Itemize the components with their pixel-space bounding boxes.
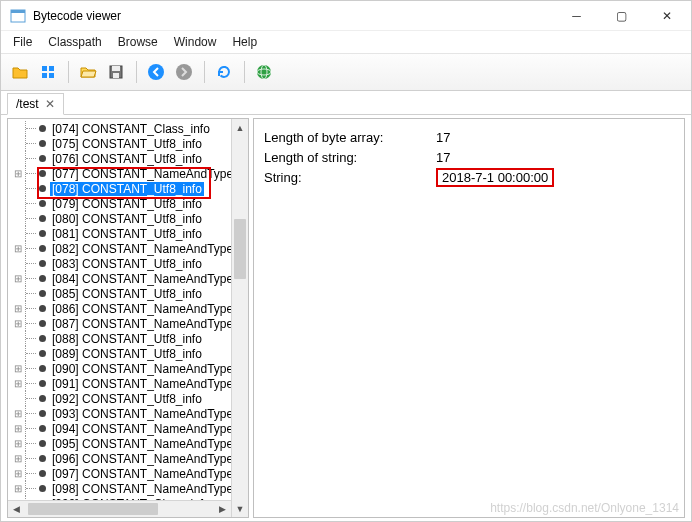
detail-label: Length of byte array:	[264, 130, 436, 145]
expand-toggle-icon[interactable]: ⊞	[12, 423, 23, 434]
tree-connector	[25, 301, 39, 316]
tree-item-label: [088] CONSTANT_Utf8_info	[50, 332, 204, 346]
tree-item-081[interactable]: [081] CONSTANT_Utf8_info	[12, 226, 231, 241]
detail-row-string: String: 2018-7-1 00:00:00	[264, 167, 674, 187]
tree-bullet-icon	[39, 380, 46, 387]
detail-value-highlighted: 2018-7-1 00:00:00	[436, 168, 554, 187]
tree-bullet-icon	[39, 425, 46, 432]
open-file-button[interactable]	[7, 59, 33, 85]
tree-item-label: [079] CONSTANT_Utf8_info	[50, 197, 204, 211]
tree-item-097[interactable]: ⊞[097] CONSTANT_NameAndType_in	[12, 466, 231, 481]
back-button[interactable]	[143, 59, 169, 85]
tree-item-089[interactable]: [089] CONSTANT_Utf8_info	[12, 346, 231, 361]
tree-item-077[interactable]: ⊞[077] CONSTANT_NameAndType_in	[12, 166, 231, 181]
tree-item-093[interactable]: ⊞[093] CONSTANT_NameAndType_in	[12, 406, 231, 421]
tree-item-label: [084] CONSTANT_NameAndType_in	[50, 272, 231, 286]
tree-item-075[interactable]: [075] CONSTANT_Utf8_info	[12, 136, 231, 151]
tab-close-icon[interactable]: ✕	[45, 98, 55, 110]
tree-connector	[25, 256, 39, 271]
menu-help[interactable]: Help	[224, 33, 265, 51]
forward-button[interactable]	[171, 59, 197, 85]
menu-classpath[interactable]: Classpath	[40, 33, 109, 51]
tree-item-086[interactable]: ⊞[086] CONSTANT_NameAndType_in	[12, 301, 231, 316]
expand-toggle-icon[interactable]: ⊞	[12, 363, 23, 374]
tree-item-label: [097] CONSTANT_NameAndType_in	[50, 467, 231, 481]
tree-item-label: [080] CONSTANT_Utf8_info	[50, 212, 204, 226]
tree-connector	[25, 421, 39, 436]
tree-toggle-empty	[12, 228, 23, 239]
tree-item-label: [096] CONSTANT_NameAndType_in	[50, 452, 231, 466]
scroll-down-arrow-icon[interactable]: ▼	[232, 500, 248, 517]
tree-bullet-icon	[39, 470, 46, 477]
tree-item-088[interactable]: [088] CONSTANT_Utf8_info	[12, 331, 231, 346]
tree-item-090[interactable]: ⊞[090] CONSTANT_NameAndType_in	[12, 361, 231, 376]
tree-item-098[interactable]: ⊞[098] CONSTANT_NameAndType_in	[12, 481, 231, 496]
watermark: https://blog.csdn.net/Onlyone_1314	[490, 501, 679, 515]
tree-item-label: [098] CONSTANT_NameAndType_in	[50, 482, 231, 496]
open-folder-button[interactable]	[75, 59, 101, 85]
tree-item-label: [082] CONSTANT_NameAndType_in	[50, 242, 231, 256]
menu-file[interactable]: File	[5, 33, 40, 51]
tree-item-label: [091] CONSTANT_NameAndType_in	[50, 377, 231, 391]
close-button[interactable]: ✕	[644, 1, 689, 30]
expand-toggle-icon[interactable]: ⊞	[12, 243, 23, 254]
tab-label: /test	[16, 97, 39, 111]
tree-item-079[interactable]: [079] CONSTANT_Utf8_info	[12, 196, 231, 211]
tree-item-082[interactable]: ⊞[082] CONSTANT_NameAndType_in	[12, 241, 231, 256]
tree-bullet-icon	[39, 125, 46, 132]
tree-item-084[interactable]: ⊞[084] CONSTANT_NameAndType_in	[12, 271, 231, 286]
expand-toggle-icon[interactable]: ⊞	[12, 168, 23, 179]
reload-button[interactable]	[211, 59, 237, 85]
tree-item-label: [085] CONSTANT_Utf8_info	[50, 287, 204, 301]
tree-item-095[interactable]: ⊞[095] CONSTANT_NameAndType_in	[12, 436, 231, 451]
tree-vertical-scrollbar[interactable]: ▲ ▼	[231, 119, 248, 517]
maximize-button[interactable]: ▢	[599, 1, 644, 30]
scroll-up-arrow-icon[interactable]: ▲	[232, 119, 248, 136]
tree-connector	[25, 241, 39, 256]
expand-toggle-icon[interactable]: ⊞	[12, 303, 23, 314]
tree-item-080[interactable]: [080] CONSTANT_Utf8_info	[12, 211, 231, 226]
tree-bullet-icon	[39, 335, 46, 342]
tree-item-label: [089] CONSTANT_Utf8_info	[50, 347, 204, 361]
expand-toggle-icon[interactable]: ⊞	[12, 273, 23, 284]
tree-item-label: [090] CONSTANT_NameAndType_in	[50, 362, 231, 376]
scroll-right-arrow-icon[interactable]: ▶	[214, 501, 231, 517]
tree-item-078[interactable]: [078] CONSTANT_Utf8_info	[12, 181, 231, 196]
tree-item-096[interactable]: ⊞[096] CONSTANT_NameAndType_in	[12, 451, 231, 466]
tab-test[interactable]: /test ✕	[7, 93, 64, 115]
tree-item-074[interactable]: [074] CONSTANT_Class_info	[12, 121, 231, 136]
expand-toggle-icon[interactable]: ⊞	[12, 453, 23, 464]
expand-toggle-icon[interactable]: ⊞	[12, 318, 23, 329]
tree-horizontal-scrollbar[interactable]: ◀ ▶	[8, 500, 231, 517]
tree-toggle-empty	[12, 123, 23, 134]
tree-item-092[interactable]: [092] CONSTANT_Utf8_info	[12, 391, 231, 406]
tree-item-label: [074] CONSTANT_Class_info	[50, 122, 212, 136]
tree-bullet-icon	[39, 200, 46, 207]
web-button[interactable]	[251, 59, 277, 85]
scroll-left-arrow-icon[interactable]: ◀	[8, 501, 25, 517]
tree-item-076[interactable]: [076] CONSTANT_Utf8_info	[12, 151, 231, 166]
expand-toggle-icon[interactable]: ⊞	[12, 483, 23, 494]
menu-window[interactable]: Window	[166, 33, 225, 51]
svg-point-10	[176, 64, 192, 80]
open-classpath-button[interactable]	[35, 59, 61, 85]
tree-item-label: [076] CONSTANT_Utf8_info	[50, 152, 204, 166]
detail-label: String:	[264, 170, 436, 185]
tree-item-091[interactable]: ⊞[091] CONSTANT_NameAndType_in	[12, 376, 231, 391]
save-button[interactable]	[103, 59, 129, 85]
expand-toggle-icon[interactable]: ⊞	[12, 408, 23, 419]
expand-toggle-icon[interactable]: ⊞	[12, 468, 23, 479]
menu-browse[interactable]: Browse	[110, 33, 166, 51]
expand-toggle-icon[interactable]: ⊞	[12, 378, 23, 389]
svg-point-11	[257, 65, 271, 79]
expand-toggle-icon[interactable]: ⊞	[12, 438, 23, 449]
tree-item-094[interactable]: ⊞[094] CONSTANT_NameAndType_in	[12, 421, 231, 436]
scroll-thumb[interactable]	[234, 219, 246, 279]
constant-pool-tree-panel: [074] CONSTANT_Class_info[075] CONSTANT_…	[7, 118, 249, 518]
tree-item-087[interactable]: ⊞[087] CONSTANT_NameAndType_in	[12, 316, 231, 331]
tree-item-083[interactable]: [083] CONSTANT_Utf8_info	[12, 256, 231, 271]
tree-item-085[interactable]: [085] CONSTANT_Utf8_info	[12, 286, 231, 301]
minimize-button[interactable]: ─	[554, 1, 599, 30]
scroll-thumb[interactable]	[28, 503, 158, 515]
tree-item-label: [092] CONSTANT_Utf8_info	[50, 392, 204, 406]
